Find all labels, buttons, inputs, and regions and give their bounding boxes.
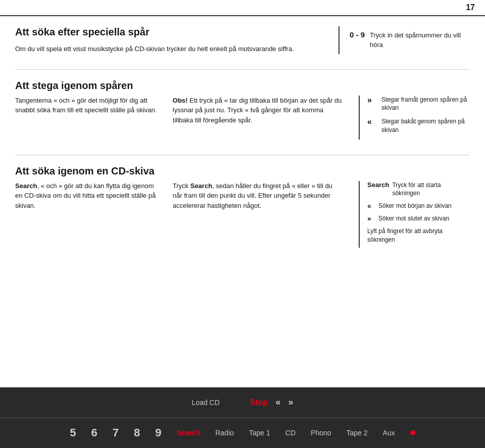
- search-sym-left: «: [367, 202, 375, 210]
- section1-title: Att söka efter speciella spår: [15, 26, 323, 38]
- num-6[interactable]: 6: [91, 426, 98, 439]
- num-5[interactable]: 5: [70, 426, 76, 439]
- num-9[interactable]: 9: [155, 426, 161, 439]
- section3-col2: Tryck Search, sedan håller du fingret på…: [168, 181, 349, 248]
- search-entry-1-desc: Tryck för att starta sökningen: [392, 181, 470, 198]
- bottom-bar: Load CD Stop « » 5 6 7 8 9 Search Radio …: [0, 387, 485, 448]
- source-aux[interactable]: Aux: [383, 429, 395, 437]
- backward-desc: Stegar bakåt genom spåren på skivan: [381, 117, 470, 135]
- section2-sym-row-1: » Stegar framåt genom spåren på skivan: [367, 96, 470, 113]
- search-entry-2-desc: Söker mot början av skivan: [378, 202, 452, 210]
- bottom-bottom-row: 5 6 7 8 9 Search Radio Tape 1 CD Phono T…: [0, 418, 485, 449]
- section3-mid-text: Tryck Search, sedan håller du fingret på…: [173, 181, 344, 211]
- divider2: [15, 155, 470, 155]
- stop-button[interactable]: Stop: [250, 398, 268, 407]
- main-content: Att söka efter speciella spår Om du vill…: [0, 16, 485, 387]
- num-8[interactable]: 8: [134, 426, 140, 439]
- top-bar: 17: [0, 0, 485, 16]
- source-radio[interactable]: Radio: [215, 429, 234, 437]
- search-entry-2: « Söker mot början av skivan: [367, 202, 470, 210]
- backward-symbol: «: [367, 117, 377, 126]
- section-search-cd: Search, « och » gör att du kan flytta di…: [15, 181, 470, 248]
- nav-right-top[interactable]: »: [288, 397, 293, 408]
- section2-title: Att stega igenom spåren: [15, 80, 133, 91]
- search-entry-1-label: Search: [367, 181, 389, 189]
- search-entry-4: Lyft på fingret för att avbryta sökninge…: [367, 227, 470, 244]
- section1-right-desc: Tryck in det spårnummer du vill höra: [370, 30, 470, 50]
- section2-left-text: Tangenterna « och » gör det möjligt för …: [15, 96, 158, 115]
- section2-obs-text: Obs! Ett tryck på « tar dig tillbaka til…: [173, 96, 344, 125]
- section-special-tracks: Att söka efter speciella spår Om du vill…: [15, 26, 470, 54]
- key-range: 0 - 9: [350, 30, 365, 39]
- search-entry-1: Search Tryck för att starta sökningen: [367, 181, 470, 198]
- search-entry-3: » Söker mot slutet av skivan: [367, 214, 470, 223]
- section2-sym-row-2: « Stegar bakåt genom spåren på skivan: [367, 117, 470, 135]
- forward-desc: Stegar framåt genom spåren på skivan: [381, 96, 470, 113]
- section2-col2: Obs! Ett tryck på « tar dig tillbaka til…: [168, 96, 349, 140]
- num-7[interactable]: 7: [113, 426, 119, 439]
- section1-right: 0 - 9 Tryck in det spårnummer du vill hö…: [338, 26, 470, 54]
- search-sym-right: »: [367, 214, 375, 222]
- section2-col3: » Stegar framåt genom spåren på skivan «…: [359, 96, 470, 140]
- section3-col1: Search, « och » gör att du kan flytta di…: [15, 181, 158, 248]
- section1-left: Att söka efter speciella spår Om du vill…: [15, 26, 323, 54]
- obs-label: Obs!: [173, 97, 188, 104]
- section1-right-info: 0 - 9 Tryck in det spårnummer du vill hö…: [350, 30, 470, 50]
- source-tape1[interactable]: Tape 1: [249, 429, 270, 437]
- source-phono[interactable]: Phono: [311, 429, 331, 437]
- page-number: 17: [466, 3, 475, 12]
- section3-left-text: Search, « och » gör att du kan flytta di…: [15, 181, 158, 211]
- divider1: [15, 69, 470, 70]
- source-cd[interactable]: CD: [285, 429, 296, 437]
- obs-body: Ett tryck på « tar dig tillbaka till bör…: [173, 97, 342, 124]
- section3-title: Att söka igenom en CD-skiva: [15, 165, 155, 176]
- source-tape2[interactable]: Tape 2: [347, 429, 368, 437]
- section3-col3: Search Tryck för att starta sökningen « …: [359, 181, 470, 248]
- nav-left-top[interactable]: «: [275, 397, 280, 408]
- section2-col1: Tangenterna « och » gör det möjligt för …: [15, 96, 158, 140]
- load-cd-label: Load CD: [192, 398, 220, 407]
- active-indicator: [410, 430, 415, 435]
- search-entry-4-desc: Lyft på fingret för att avbryta sökninge…: [367, 227, 470, 244]
- search-button[interactable]: Search: [177, 429, 201, 437]
- bottom-top-row: Load CD Stop « »: [0, 387, 485, 418]
- search-entry-3-desc: Söker mot slutet av skivan: [378, 214, 449, 223]
- forward-symbol: »: [367, 96, 377, 105]
- section1-body: Om du vill spela ett visst musikstycke p…: [15, 44, 323, 54]
- section-step-tracks: Tangenterna « och » gör det möjligt för …: [15, 96, 470, 140]
